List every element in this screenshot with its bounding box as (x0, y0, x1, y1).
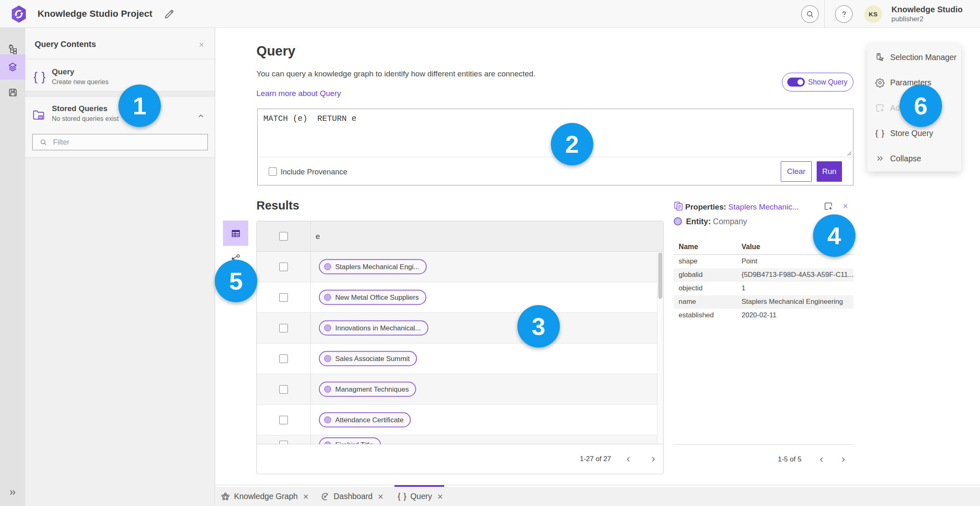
close-icon[interactable] (198, 42, 205, 48)
stored-queries-title: Stored Queries (52, 104, 107, 113)
table-row[interactable]: Managment Techniques (257, 374, 663, 405)
knowledge-studio-app: Knowledge Studio Project KS Knowledge St… (0, 0, 980, 506)
query-editor[interactable]: MATCH (e) RETURN e (263, 114, 356, 123)
learn-more-link[interactable]: Learn more about Query (256, 89, 341, 98)
tab-close-icon[interactable] (303, 493, 309, 500)
properties-next-button[interactable] (839, 455, 847, 464)
search-button[interactable] (801, 5, 819, 23)
entity-pill-label: Managment Techniques (335, 385, 409, 393)
select-all-checkbox[interactable] (279, 232, 288, 241)
filter-input[interactable] (53, 138, 200, 147)
layers-icon (7, 62, 18, 72)
row-checkbox-cell (257, 435, 311, 445)
sidebar-item-contents[interactable] (0, 54, 25, 80)
toggle-switch[interactable] (787, 78, 805, 87)
table-row[interactable]: Staplers Mechanical Engi... (257, 252, 663, 282)
entity-pill[interactable]: Innovations in Mechanical... (319, 321, 428, 336)
selection-manager-item[interactable]: Selection Manager (867, 48, 961, 66)
table-scrollbar[interactable] (657, 252, 663, 445)
row-checkbox[interactable] (279, 293, 288, 302)
tabbar-top-border (216, 485, 980, 485)
filter-field (32, 134, 208, 150)
resize-grip-icon[interactable] (847, 151, 852, 156)
avatar-initials: KS (869, 11, 878, 18)
include-provenance-label: Include Provenance (281, 167, 347, 176)
prev-page-button[interactable] (624, 455, 633, 463)
table-row[interactable]: Innovations in Mechanical... (257, 313, 663, 343)
selection-manager-label: Selection Manager (890, 53, 957, 62)
user-avatar[interactable]: KS (864, 5, 882, 23)
tab-knowledge-graph[interactable]: Knowledge Graph (220, 487, 309, 506)
table-row[interactable]: Sales Associate Summit (257, 343, 663, 374)
table-row[interactable]: Firebird Title (257, 435, 663, 445)
row-checkbox-cell (257, 374, 311, 404)
sidebar-query-item[interactable]: { } Query Create new queries (25, 59, 215, 91)
filter-search-icon (40, 138, 47, 146)
properties-entity-link[interactable]: Staplers Mechanic... (728, 203, 799, 211)
sidebar-item-save[interactable] (0, 80, 25, 105)
collapse-item[interactable]: Collapse (867, 149, 961, 167)
show-query-toggle[interactable]: Show Query (782, 73, 853, 91)
add-to-map-icon[interactable] (823, 201, 833, 211)
tab-query[interactable]: { } Query (398, 487, 443, 506)
entity-dot-icon (324, 417, 331, 424)
search-icon (806, 10, 815, 19)
row-checkbox[interactable] (279, 416, 288, 424)
entity-pill[interactable]: Staplers Mechanical Engi... (319, 259, 427, 274)
expand-strip-button[interactable] (0, 480, 25, 505)
entity-pill[interactable]: Attendance Certificate (319, 412, 411, 428)
store-query-item[interactable]: { } Store Query (867, 124, 961, 142)
next-page-button[interactable] (649, 455, 657, 463)
properties-prev-button[interactable] (817, 455, 826, 464)
properties-range-label: 1-5 of 5 (778, 455, 802, 464)
value-column-header: Value (742, 243, 760, 251)
entity-type-value: Company (713, 217, 747, 226)
property-name: shape (679, 257, 697, 265)
chevron-up-icon[interactable] (197, 112, 205, 120)
properties-close-icon[interactable] (842, 203, 849, 209)
table-row[interactable]: Attendance Certificate (257, 405, 663, 435)
tab-close-icon[interactable] (437, 493, 443, 500)
run-button[interactable]: Run (817, 161, 842, 182)
properties-icon (674, 201, 683, 212)
tab-label: Query (410, 492, 432, 501)
callout-number: 4 (827, 222, 841, 250)
scrollbar-thumb[interactable] (658, 252, 662, 299)
callout-2: 2 (551, 123, 593, 165)
tab-close-icon[interactable] (377, 493, 384, 500)
chevron-right-icon (649, 455, 657, 463)
row-checkbox-cell (257, 405, 311, 435)
row-checkbox-cell (257, 252, 311, 282)
entity-pill[interactable]: New Metal Office Suppliers (319, 290, 426, 305)
callout-number: 3 (532, 312, 545, 341)
query-item-subtitle: Create new queries (52, 78, 109, 86)
entity-pill[interactable]: Sales Associate Summit (319, 351, 417, 366)
results-range-label: 1-27 of 27 (580, 455, 611, 463)
double-chevron-right-icon (8, 488, 17, 497)
include-provenance-checkbox[interactable] (269, 167, 277, 176)
table-row[interactable]: New Metal Office Suppliers (257, 282, 663, 313)
panel-header: Query Contents (25, 28, 215, 59)
property-name: name (679, 298, 696, 306)
entity-pill-label: Innovations in Mechanical... (335, 324, 421, 332)
entity-pill-label: Staplers Mechanical Engi... (335, 263, 419, 271)
edit-pencil-icon[interactable] (164, 9, 175, 20)
row-checkbox[interactable] (279, 263, 288, 271)
callout-5: 5 (215, 260, 257, 302)
store-query-label: Store Query (890, 129, 933, 138)
stored-queries-subtitle: No stored queries exist (52, 115, 119, 123)
entity-pill[interactable]: Managment Techniques (319, 382, 416, 397)
row-checkbox[interactable] (279, 385, 288, 394)
property-row: shape Point (674, 255, 853, 268)
help-button[interactable] (835, 5, 853, 23)
row-checkbox[interactable] (279, 354, 288, 363)
chevron-right-icon (839, 456, 847, 464)
properties-title-prefix: Properties: (685, 203, 726, 211)
table-view-button[interactable] (223, 221, 248, 246)
callout-4: 4 (813, 214, 855, 257)
entity-dot-icon (324, 263, 331, 270)
row-checkbox[interactable] (279, 324, 288, 332)
tab-dashboard[interactable]: Dashboard (320, 487, 384, 506)
clear-button[interactable]: Clear (781, 161, 812, 182)
folder-icon (32, 108, 45, 122)
